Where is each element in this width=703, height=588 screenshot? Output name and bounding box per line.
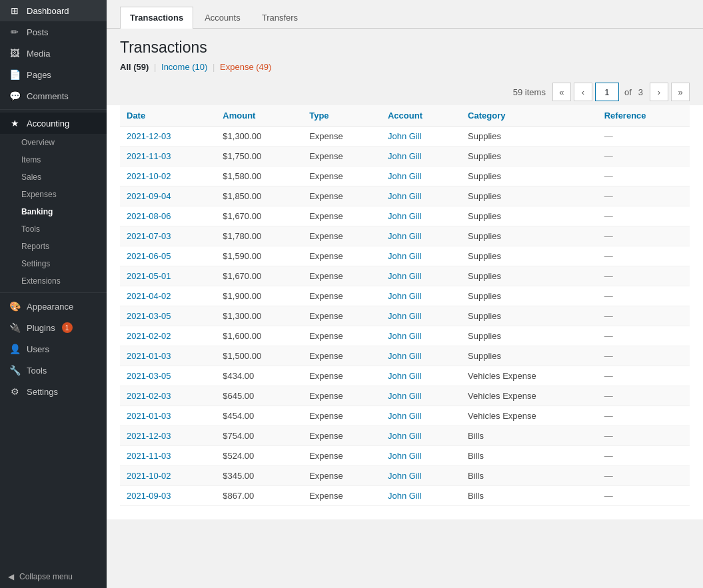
tabs-bar: Transactions Accounts Transfers xyxy=(107,0,703,29)
sidebar-item-users[interactable]: 👤 Users xyxy=(0,338,107,360)
transaction-reference: — xyxy=(598,406,690,426)
tools-icon: 🔧 xyxy=(8,365,21,376)
col-amount[interactable]: Amount xyxy=(216,105,303,127)
page-of-label: of xyxy=(624,87,632,97)
sidebar-item-plugins[interactable]: 🔌 Plugins 1 xyxy=(0,317,107,338)
transaction-account-link[interactable]: John Gill xyxy=(388,331,422,341)
submenu-sales[interactable]: Sales xyxy=(0,168,107,186)
transaction-date-link[interactable]: 2021-10-02 xyxy=(127,171,171,181)
transaction-account-link[interactable]: John Gill xyxy=(388,251,422,261)
transaction-account-link[interactable]: John Gill xyxy=(388,291,422,301)
submenu-expenses[interactable]: Expenses xyxy=(0,186,107,203)
submenu-label: Extensions xyxy=(21,276,61,286)
col-type[interactable]: Type xyxy=(303,105,381,127)
transaction-account-link[interactable]: John Gill xyxy=(388,271,422,281)
transaction-account-link[interactable]: John Gill xyxy=(388,151,422,161)
sidebar-item-label: Dashboard xyxy=(27,6,69,16)
transaction-account-link[interactable]: John Gill xyxy=(388,231,422,241)
transaction-date-link[interactable]: 2021-04-02 xyxy=(127,291,171,301)
last-page-button[interactable]: » xyxy=(671,83,690,101)
sidebar-item-comments[interactable]: 💬 Comments xyxy=(0,85,107,107)
transaction-account-link[interactable]: John Gill xyxy=(388,191,422,201)
next-page-button[interactable]: › xyxy=(650,83,668,101)
prev-page-button[interactable]: ‹ xyxy=(574,83,592,101)
tab-accounts[interactable]: Accounts xyxy=(195,7,250,28)
submenu-overview[interactable]: Overview xyxy=(0,134,107,151)
col-category[interactable]: Category xyxy=(461,105,598,127)
transaction-account-link[interactable]: John Gill xyxy=(388,371,422,381)
sidebar-item-label: Plugins xyxy=(27,323,55,333)
transaction-date-link[interactable]: 2021-07-03 xyxy=(127,231,171,241)
transaction-category: Supplies xyxy=(461,246,598,266)
tab-transfers[interactable]: Transfers xyxy=(252,7,308,28)
filter-expense[interactable]: Expense (49) xyxy=(220,62,271,72)
table-row: 2021-03-05$1,300.00ExpenseJohn GillSuppl… xyxy=(120,306,690,326)
transaction-date-link[interactable]: 2021-02-02 xyxy=(127,331,171,341)
col-date[interactable]: Date xyxy=(120,105,216,127)
col-reference[interactable]: Reference xyxy=(598,105,690,127)
transaction-date-link[interactable]: 2021-06-05 xyxy=(127,251,171,261)
transaction-category: Supplies xyxy=(461,266,598,286)
transaction-date-link[interactable]: 2021-02-03 xyxy=(127,391,171,401)
sidebar-item-posts[interactable]: ✏ Posts xyxy=(0,21,107,43)
transaction-account-link[interactable]: John Gill xyxy=(388,471,422,481)
transaction-account-link[interactable]: John Gill xyxy=(388,431,422,441)
transaction-date-link[interactable]: 2021-09-03 xyxy=(127,491,171,501)
transaction-account-link[interactable]: John Gill xyxy=(388,211,422,221)
transaction-date-link[interactable]: 2021-01-03 xyxy=(127,411,171,421)
submenu-extensions[interactable]: Extensions xyxy=(0,272,107,290)
transaction-date-link[interactable]: 2021-01-03 xyxy=(127,351,171,361)
transaction-date-link[interactable]: 2021-03-05 xyxy=(127,371,171,381)
page-number-input[interactable] xyxy=(595,83,619,101)
submenu-items[interactable]: Items xyxy=(0,151,107,168)
pages-icon: 📄 xyxy=(8,69,21,80)
sidebar-item-accounting[interactable]: ★ Accounting xyxy=(0,113,107,134)
filter-income[interactable]: Income (10) xyxy=(161,62,210,72)
transaction-account-link[interactable]: John Gill xyxy=(388,491,422,501)
transaction-date-link[interactable]: 2021-05-01 xyxy=(127,271,171,281)
collapse-menu-button[interactable]: ◀ Collapse menu xyxy=(0,565,107,588)
submenu-tools[interactable]: Tools xyxy=(0,220,107,238)
sidebar-item-dashboard[interactable]: ⊞ Dashboard xyxy=(0,0,107,21)
submenu-reports[interactable]: Reports xyxy=(0,238,107,255)
sidebar-item-label: Pages xyxy=(27,70,51,80)
transaction-amount: $1,590.00 xyxy=(216,246,303,266)
tab-transactions[interactable]: Transactions xyxy=(120,7,193,29)
submenu-settings[interactable]: Settings xyxy=(0,255,107,272)
transaction-date-link[interactable]: 2021-12-03 xyxy=(127,131,171,141)
filter-all[interactable]: All (59) xyxy=(120,62,151,72)
transaction-reference: — xyxy=(598,426,690,446)
transaction-account-link[interactable]: John Gill xyxy=(388,351,422,361)
transaction-category: Bills xyxy=(461,466,598,486)
transaction-date-link[interactable]: 2021-09-04 xyxy=(127,191,171,201)
first-page-button[interactable]: « xyxy=(552,83,571,101)
transaction-category: Vehicles Expense xyxy=(461,366,598,386)
transaction-date-link[interactable]: 2021-08-06 xyxy=(127,211,171,221)
transaction-reference: — xyxy=(598,266,690,286)
transaction-date-link[interactable]: 2021-10-02 xyxy=(127,471,171,481)
transaction-amount: $524.00 xyxy=(216,446,303,466)
transaction-account-link[interactable]: John Gill xyxy=(388,391,422,401)
transaction-category: Supplies xyxy=(461,346,598,366)
transaction-account-link[interactable]: John Gill xyxy=(388,311,422,321)
table-row: 2021-06-05$1,590.00ExpenseJohn GillSuppl… xyxy=(120,246,690,266)
sidebar-item-media[interactable]: 🖼 Media xyxy=(0,43,107,64)
transaction-account-link[interactable]: John Gill xyxy=(388,171,422,181)
transaction-amount: $1,300.00 xyxy=(216,306,303,326)
sidebar-item-pages[interactable]: 📄 Pages xyxy=(0,64,107,85)
transaction-date-link[interactable]: 2021-12-03 xyxy=(127,431,171,441)
transaction-date-link[interactable]: 2021-11-03 xyxy=(127,451,171,461)
col-account[interactable]: Account xyxy=(381,105,461,127)
transaction-account-link[interactable]: John Gill xyxy=(388,131,422,141)
table-row: 2021-02-02$1,600.00ExpenseJohn GillSuppl… xyxy=(120,326,690,346)
transaction-account-link[interactable]: John Gill xyxy=(388,451,422,461)
submenu-banking[interactable]: Banking xyxy=(0,203,107,220)
sidebar-item-appearance[interactable]: 🎨 Appearance xyxy=(0,296,107,317)
transaction-date-link[interactable]: 2021-11-03 xyxy=(127,151,171,161)
sidebar-item-settings[interactable]: ⚙ Settings xyxy=(0,381,107,402)
transaction-reference: — xyxy=(598,226,690,246)
transaction-account-link[interactable]: John Gill xyxy=(388,411,422,421)
transaction-date-link[interactable]: 2021-03-05 xyxy=(127,311,171,321)
sidebar-item-tools[interactable]: 🔧 Tools xyxy=(0,360,107,381)
table-row: 2021-03-05$434.00ExpenseJohn GillVehicle… xyxy=(120,366,690,386)
